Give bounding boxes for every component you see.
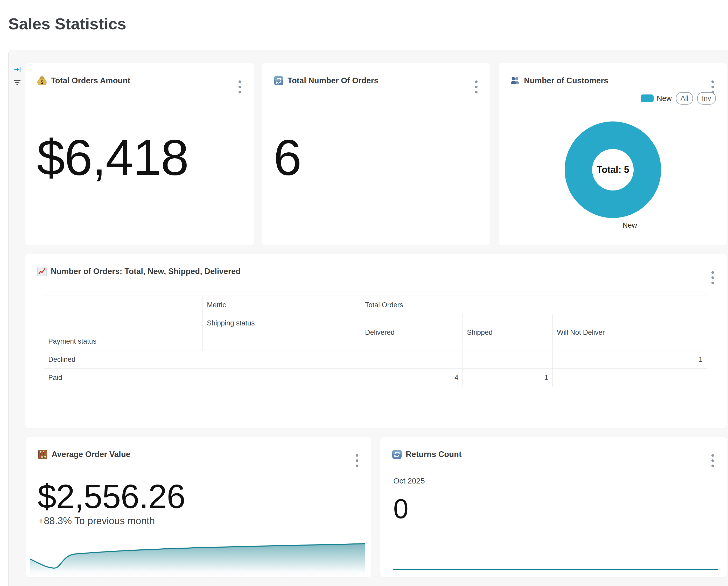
refresh-icon — [392, 449, 402, 460]
abacus-icon — [37, 449, 48, 460]
refresh-icon — [274, 75, 284, 86]
collapse-sidebar-button[interactable] — [13, 66, 22, 75]
card-title: Total Number Of Orders — [287, 76, 379, 86]
card-header: Returns Count — [392, 449, 462, 460]
sales-statistics-dashboard: Sales Statistics — [0, 0, 728, 586]
donut-legend-row: New All Inv — [641, 92, 716, 104]
card-title: Number of Customers — [524, 76, 608, 86]
table-row: Declined 1 — [44, 351, 707, 368]
card-title: Number of Orders: Total, New, Shipped, D… — [51, 267, 241, 276]
filter-icon — [13, 78, 22, 88]
page-title: Sales Statistics — [8, 15, 126, 33]
card-header: Total Number Of Orders — [274, 75, 379, 87]
legend-swatch — [641, 95, 654, 102]
cell-declined-delivered — [361, 351, 463, 368]
cell-declined-will-not-deliver[interactable]: 1 — [553, 351, 707, 368]
card-menu-button[interactable] — [473, 76, 480, 98]
card-total-orders-amount: $ Total Orders Amount $6,418 — [25, 63, 254, 245]
arrow-bar-to-right-icon — [14, 66, 22, 75]
filter-button[interactable] — [12, 78, 22, 88]
table-row: Paid 4 1 — [44, 368, 707, 387]
dashboard-panel: $ Total Orders Amount $6,418 — [8, 50, 728, 586]
pivot-col-will-not-deliver[interactable]: Will Not Deliver — [553, 314, 707, 351]
card-number-of-customers: Number of Customers New All Inv Total: 5… — [498, 63, 727, 245]
card-title: Total Orders Amount — [51, 76, 130, 86]
total-number-of-orders-value: 6 — [274, 132, 301, 183]
card-menu-button[interactable] — [709, 449, 716, 472]
card-menu-button[interactable] — [709, 267, 716, 289]
pivot-column-group-header[interactable]: Total Orders — [361, 296, 707, 314]
returns-count-value: 0 — [393, 495, 408, 522]
pivot-col-delivered[interactable]: Delivered — [361, 314, 463, 351]
average-order-value-delta: +88.3% To previous month — [38, 515, 155, 527]
pivot-shipping-status-header: Shipping status — [203, 314, 361, 332]
donut-slice-label: New — [604, 221, 656, 229]
money-bag-icon: $ — [37, 75, 47, 86]
average-order-value-area-chart — [30, 541, 365, 577]
cell-paid-shipped[interactable]: 1 — [463, 368, 553, 387]
average-order-value: $2,556.26 — [37, 480, 185, 513]
donut-center-label: Total: 5 — [564, 120, 662, 219]
total-orders-amount-value: $6,418 — [37, 132, 188, 183]
card-average-order-value: Average Order Value $2,556.26 +88.3% To … — [26, 437, 371, 577]
cell-paid-will-not-deliver — [553, 368, 707, 387]
card-title: Average Order Value — [52, 450, 130, 459]
returns-count-flat-line — [393, 569, 718, 570]
card-orders-pivot: Number of Orders: Total, New, Shipped, D… — [25, 254, 727, 428]
card-title: Returns Count — [406, 450, 462, 459]
legend-item-new[interactable]: New — [641, 94, 672, 103]
orders-pivot-table: Metric Total Orders Shipping status Deli… — [44, 296, 707, 387]
pivot-row-declined[interactable]: Declined — [44, 351, 361, 368]
pivot-corner-cell — [44, 296, 203, 332]
pivot-metric-header: Metric — [203, 296, 361, 314]
cell-declined-shipped — [463, 351, 553, 368]
customers-icon — [510, 75, 520, 86]
card-header: $ Total Orders Amount — [37, 75, 130, 87]
chart-increasing-icon — [37, 266, 47, 277]
card-returns-count: Returns Count Oct 2025 0 — [380, 437, 727, 577]
pivot-empty-cell — [203, 332, 361, 351]
card-menu-button[interactable] — [236, 76, 243, 98]
pivot-payment-status-header[interactable]: Payment status — [44, 332, 203, 351]
pivot-row-paid[interactable]: Paid — [44, 368, 361, 387]
legend-label: New — [657, 94, 672, 103]
cell-paid-delivered[interactable]: 4 — [361, 368, 463, 387]
card-total-number-of-orders: Total Number Of Orders 6 — [262, 63, 490, 245]
filter-pill-all[interactable]: All — [676, 92, 693, 104]
filter-pill-inv[interactable]: Inv — [697, 92, 716, 104]
card-header: Average Order Value — [37, 449, 130, 460]
card-header: Number of Orders: Total, New, Shipped, D… — [37, 266, 241, 277]
returns-count-period: Oct 2025 — [393, 477, 425, 485]
card-menu-button[interactable] — [354, 449, 361, 472]
svg-text:$: $ — [41, 80, 43, 85]
card-header: Number of Customers — [510, 75, 608, 87]
pivot-col-shipped[interactable]: Shipped — [463, 314, 553, 351]
